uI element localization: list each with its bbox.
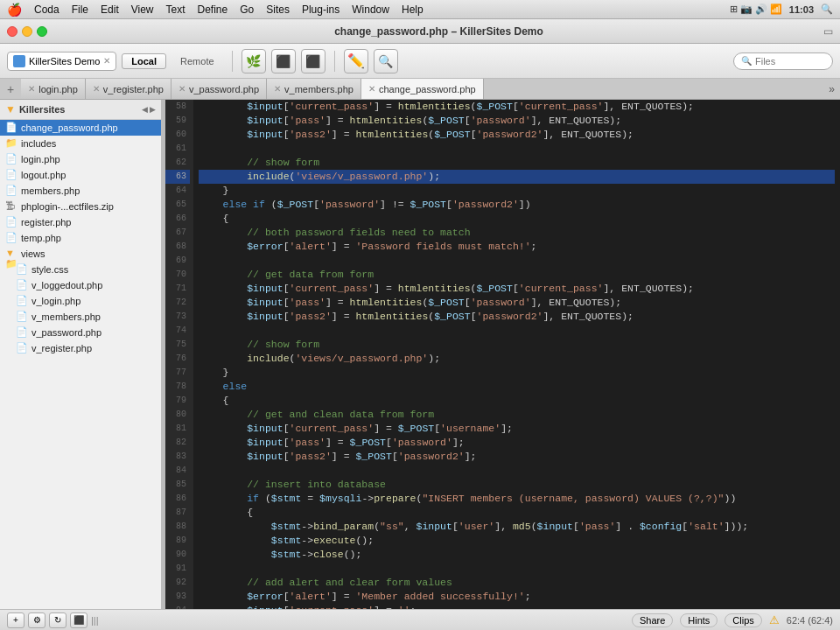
php-icon-register: 📄 <box>5 216 18 228</box>
sidebar-label-change-password: change_password.php <box>21 122 118 133</box>
settings-button[interactable]: ⬛ <box>301 49 326 74</box>
sidebar-item-vloggedout[interactable]: 📄 v_loggedout.php <box>0 277 161 293</box>
toolbar: KillerSites Demo ✕ Local Remote 🌿 ⬛ ⬛ ✏️… <box>0 44 840 79</box>
ln-69: 69 <box>165 254 190 268</box>
separator-1 <box>232 51 233 72</box>
tab-login-php[interactable]: ✕ login.php <box>21 79 86 99</box>
search-box[interactable]: 🔍 <box>733 52 833 70</box>
sidebar-item-includes[interactable]: 📁 includes <box>0 136 161 151</box>
code-line-74 <box>199 324 835 338</box>
sidebar-item-stylecss[interactable]: 📄 style.css <box>0 262 161 277</box>
share-button[interactable]: Share <box>632 613 673 627</box>
apple-menu[interactable]: 🍎 <box>7 3 22 17</box>
sidebar-item-change-password[interactable]: 📄 change_password.php <box>0 120 161 136</box>
site-selector-x[interactable]: ✕ <box>103 56 110 66</box>
tab-close-vpassword[interactable]: ✕ <box>178 84 186 94</box>
line-numbers: 58 59 60 61 62 63 64 65 66 67 68 69 70 7… <box>165 100 193 609</box>
statusbar-add-btn[interactable]: + <box>7 612 24 628</box>
sidebar-item-members[interactable]: 📄 members.php <box>0 183 161 199</box>
sidebar-item-views[interactable]: ▼📁 views <box>0 246 161 262</box>
tab-close-login[interactable]: ✕ <box>28 84 35 94</box>
sidebar-item-login[interactable]: 📄 login.php <box>0 151 161 167</box>
menu-go[interactable]: Go <box>240 4 254 16</box>
menu-coda[interactable]: Coda <box>34 4 60 16</box>
sidebar-item-temp[interactable]: 📄 temp.php <box>0 230 161 246</box>
sidebar-item-register[interactable]: 📄 register.php <box>0 214 161 230</box>
search-menubar-icon[interactable]: 🔍 <box>821 4 833 15</box>
ln-63: 63 <box>165 170 190 184</box>
code-line-90: $stmt->close(); <box>199 548 835 562</box>
code-line-69 <box>199 254 835 268</box>
sidebar-label-logout: logout.php <box>21 170 66 180</box>
minimize-button[interactable] <box>22 26 32 37</box>
menu-help[interactable]: Help <box>402 4 424 16</box>
tab-remote[interactable]: Remote <box>172 54 223 68</box>
hints-button[interactable]: Hints <box>680 613 718 627</box>
sidebar-item-vregister[interactable]: 📄 v_register.php <box>0 340 161 356</box>
menu-edit[interactable]: Edit <box>101 4 119 16</box>
tab-local[interactable]: Local <box>122 53 166 69</box>
statusbar-extra-btn[interactable]: ⬛ <box>70 612 88 628</box>
file-tabs: + ✕ login.php ✕ v_register.php ✕ v_passw… <box>0 79 840 100</box>
code-line-92: // add alert and clear form values <box>199 576 835 590</box>
tab-close-changepw[interactable]: ✕ <box>368 84 375 94</box>
code-line-80: // get and clean data from form <box>199 408 835 422</box>
php-icon-vregister: 📄 <box>16 342 28 354</box>
ln-67: 67 <box>165 226 190 240</box>
statusbar: + ⚙ ↻ ⬛ ||| Share Hints Clips ⚠ 62:4 (62… <box>0 609 840 630</box>
ln-75: 75 <box>165 338 190 352</box>
add-tab-button[interactable]: + <box>0 82 21 96</box>
sidebar-label-register: register.php <box>21 217 71 228</box>
ln-58: 58 <box>165 100 190 114</box>
maximize-button[interactable] <box>37 26 47 37</box>
sidebar-folder-icon: ▼ <box>5 103 16 116</box>
sidebar-next[interactable]: ▶ <box>150 105 156 114</box>
menu-sites[interactable]: Sites <box>266 4 290 16</box>
editor-content[interactable]: 58 59 60 61 62 63 64 65 66 67 68 69 70 7… <box>165 100 840 609</box>
menu-view[interactable]: View <box>131 4 154 16</box>
ln-65: 65 <box>165 198 190 212</box>
sidebar-item-vmembers[interactable]: 📄 v_members.php <box>0 309 161 325</box>
sidebar-item-zip[interactable]: 🗜 phplogin-...ectfiles.zip <box>0 199 161 214</box>
tab-v-register-php[interactable]: ✕ v_register.php <box>86 79 172 99</box>
menu-window[interactable]: Window <box>352 4 389 16</box>
tab-close-vmembers[interactable]: ✕ <box>274 84 281 94</box>
sidebar-item-logout[interactable]: 📄 logout.php <box>0 167 161 183</box>
main-layout: ▼ Killersites ◀ ▶ 📄 change_password.php … <box>0 100 840 609</box>
code-line-67: // both password fields need to match <box>199 226 835 240</box>
sidebar-label-login: login.php <box>21 154 60 164</box>
collapse-icon[interactable]: ▭ <box>823 25 833 38</box>
code-line-76: include('views/v_password.php'); <box>199 352 835 366</box>
menu-plugins[interactable]: Plug-ins <box>302 4 340 16</box>
code-line-66: { <box>199 212 835 226</box>
menu-define[interactable]: Define <box>198 4 228 16</box>
code-area[interactable]: $input['current_pass'] = htmlentities($_… <box>193 100 840 609</box>
upload-button[interactable]: ⬛ <box>271 49 296 74</box>
tab-change-password-php[interactable]: ✕ change_password.php <box>361 79 484 99</box>
ln-77: 77 <box>165 366 190 380</box>
sidebar-label-includes: includes <box>21 138 56 149</box>
site-selector[interactable]: KillerSites Demo ✕ <box>7 52 116 71</box>
preview-button[interactable]: 🔍 <box>374 49 398 74</box>
new-file-button[interactable]: 🌿 <box>242 49 266 74</box>
sidebar-item-vlogin[interactable]: 📄 v_login.php <box>0 293 161 309</box>
php-icon-vloggedout: 📄 <box>16 279 28 291</box>
tab-overflow-button[interactable]: » <box>823 83 840 95</box>
statusbar-reload-btn[interactable]: ↻ <box>49 612 66 628</box>
search-input[interactable] <box>755 56 825 66</box>
close-button[interactable] <box>7 26 18 37</box>
clips-button[interactable]: Clips <box>724 613 761 627</box>
edit-button[interactable]: ✏️ <box>344 49 368 74</box>
tab-v-password-php[interactable]: ✕ v_password.php <box>172 79 267 99</box>
ln-78: 78 <box>165 380 190 394</box>
sidebar-item-vpassword[interactable]: 📄 v_password.php <box>0 325 161 340</box>
menu-file[interactable]: File <box>72 4 88 16</box>
tab-label-vregister: v_register.php <box>103 84 164 94</box>
tab-label-vmembers: v_members.php <box>284 84 354 94</box>
code-line-87: { <box>199 506 835 520</box>
menu-text[interactable]: Text <box>166 4 186 16</box>
tab-v-members-php[interactable]: ✕ v_members.php <box>267 79 361 99</box>
sidebar-prev[interactable]: ◀ <box>142 105 148 114</box>
statusbar-gear-btn[interactable]: ⚙ <box>28 612 46 628</box>
tab-close-vregister[interactable]: ✕ <box>93 84 100 94</box>
